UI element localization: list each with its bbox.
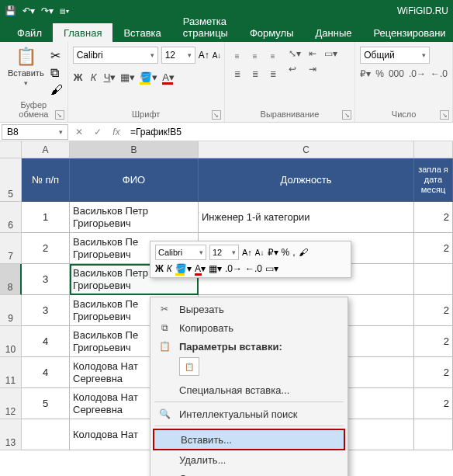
font-color-icon[interactable]: A▾ [162,71,175,83]
spreadsheet-grid[interactable]: A B C 5 6 7 8 9 10 11 12 13 № п/п ФИО До… [0,141,453,476]
col-header-D[interactable] [414,141,453,158]
mini-increase-decimal-icon[interactable]: .0→ [225,263,242,274]
cell[interactable]: 2 [414,357,453,388]
paste-button[interactable]: 📋 Вставить ▾ [5,45,47,89]
row-header[interactable]: 10 [0,326,22,357]
alignment-dialog-launcher[interactable]: ↘ [342,110,351,120]
align-top-icon[interactable]: ≡ [230,48,245,64]
cell[interactable]: 1 [22,202,70,233]
cell[interactable] [414,419,453,450]
tab-insert[interactable]: Вставка [112,23,171,42]
cell[interactable]: 3 [22,295,70,326]
mini-border-icon[interactable]: ▦▾ [209,263,222,274]
cell[interactable] [414,264,453,295]
cell[interactable]: Васильков Петр Григорьевич [70,202,199,233]
mini-merge-icon[interactable]: ▭▾ [265,263,278,274]
increase-indent-icon[interactable]: ⇥ [309,64,316,75]
row-header[interactable]: 7 [0,233,22,264]
row-header[interactable]: 12 [0,388,22,419]
context-insert[interactable]: Вставить... [153,429,345,450]
qat-more-icon[interactable]: ▤▾ [60,8,69,15]
context-copy[interactable]: ⧉ Копировать [153,318,345,337]
number-dialog-launcher[interactable]: ↘ [440,110,449,120]
mini-fill-color-icon[interactable]: 🪣▾ [175,263,192,274]
mini-increase-font-icon[interactable]: A↑ [242,248,252,257]
mini-font-size[interactable]: 12▾ [209,245,239,260]
bold-icon[interactable]: Ж [73,71,84,83]
mini-decrease-font-icon[interactable]: A↓ [255,248,265,257]
cell[interactable]: 3 [22,264,70,295]
context-paste-special[interactable]: Специальная вставка... [153,380,345,399]
context-cut[interactable]: ✂ Вырезать [153,300,345,318]
tab-file[interactable]: Файл [6,23,53,42]
tab-data[interactable]: Данные [305,23,363,42]
font-dialog-launcher[interactable]: ↘ [212,110,221,120]
italic-icon[interactable]: К [88,71,99,83]
cell[interactable]: 2 [414,295,453,326]
align-right-icon[interactable]: ≣ [265,66,281,82]
orientation-icon[interactable]: ⤡▾ [289,48,301,59]
mini-currency-icon[interactable]: ₽▾ [268,247,278,258]
row-header[interactable]: 6 [0,202,22,233]
select-all-corner[interactable] [0,141,22,158]
mini-decrease-decimal-icon[interactable]: ←.0 [245,263,262,274]
row-header[interactable]: 13 [0,419,22,450]
tab-review[interactable]: Рецензировани [362,23,453,42]
mini-font-color-icon[interactable]: A▾ [195,263,206,274]
align-bottom-icon[interactable]: ≡ [265,48,281,64]
name-box[interactable]: B8▾ [2,124,68,140]
align-center-icon[interactable]: ≣ [247,66,263,82]
tab-home[interactable]: Главная [53,23,112,42]
fx-icon[interactable]: fx [107,124,126,140]
percent-icon[interactable]: % [375,68,384,79]
paste-option-default[interactable]: 📋 [179,357,199,376]
decrease-decimal-icon[interactable]: ←.0 [431,68,448,79]
context-smart-lookup[interactable]: 🔍 Интеллектуальный поиск [153,405,345,423]
tab-formulas[interactable]: Формулы [239,23,305,42]
currency-icon[interactable]: ₽▾ [360,68,371,79]
cell[interactable]: Инженер 1-й категории [199,202,414,233]
align-left-icon[interactable]: ≣ [230,66,245,82]
border-icon[interactable]: ▦▾ [120,71,135,83]
increase-decimal-icon[interactable]: .0→ [409,68,426,79]
decrease-indent-icon[interactable]: ⇤ [309,48,316,59]
format-painter-icon[interactable]: 🖌 [50,83,63,97]
mini-bold-icon[interactable]: Ж [155,263,164,274]
cell[interactable]: 2 [414,388,453,419]
undo-icon[interactable]: ↶▾ [22,5,35,16]
cut-icon[interactable]: ✂ [50,48,63,63]
decrease-font-icon[interactable]: A↓ [213,51,222,60]
mini-italic-icon[interactable]: К [167,263,172,274]
copy-icon[interactable]: ⧉ [50,66,63,80]
cell[interactable]: 2 [414,233,453,264]
comma-icon[interactable]: 000 [389,68,404,79]
cell[interactable] [22,419,70,450]
mini-comma-icon[interactable]: , [292,247,295,258]
row-header[interactable]: 5 [0,158,22,202]
row-header[interactable]: 9 [0,295,22,326]
number-format-combo[interactable]: Общий▾ [360,47,430,64]
align-middle-icon[interactable]: ≡ [247,48,263,64]
merge-cells-icon[interactable]: ▭▾ [324,48,337,59]
redo-icon[interactable]: ↷▾ [41,5,54,16]
cell[interactable]: 2 [414,202,453,233]
formula-input[interactable] [126,124,453,140]
font-size-combo[interactable]: 12▾ [161,47,195,64]
context-clear-contents[interactable]: Очистить содержимое [153,469,345,476]
cell[interactable]: 4 [22,357,70,388]
cell[interactable]: 2 [22,233,70,264]
row-header[interactable]: 11 [0,357,22,388]
col-header-A[interactable]: A [22,141,70,158]
cancel-formula-icon[interactable]: ✕ [70,124,88,140]
cell[interactable]: 4 [22,326,70,357]
fill-color-icon[interactable]: 🪣▾ [140,71,157,83]
row-header[interactable]: 8 [0,264,22,295]
clipboard-dialog-launcher[interactable]: ↘ [55,110,64,120]
enter-formula-icon[interactable]: ✓ [88,124,107,140]
context-delete[interactable]: Удалить... [153,450,345,469]
save-icon[interactable]: 💾 [5,5,16,16]
mini-format-painter-icon[interactable]: 🖌 [299,247,308,258]
font-name-combo[interactable]: Calibri▾ [73,47,158,64]
underline-icon[interactable]: Ч▾ [104,71,116,83]
tab-page-layout[interactable]: Разметка страницы [172,12,239,42]
